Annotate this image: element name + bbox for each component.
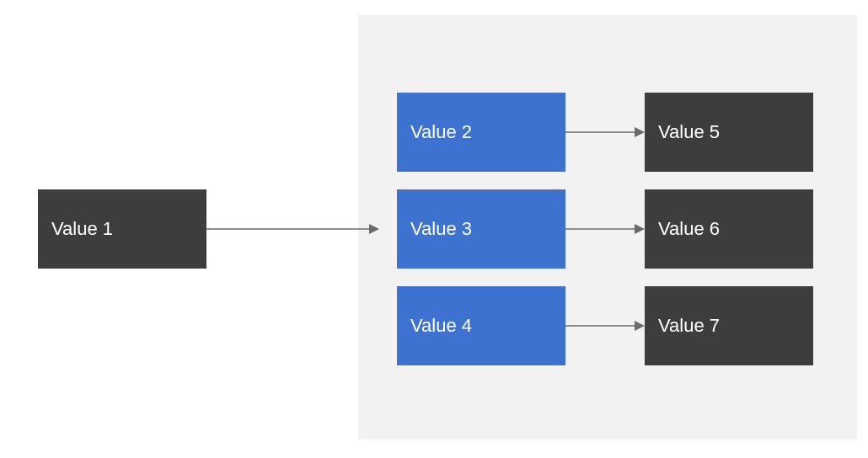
node-label: Value 7 xyxy=(658,315,720,337)
node-label: Value 3 xyxy=(410,218,472,240)
node-value6[interactable]: Value 6 xyxy=(645,189,813,269)
node-label: Value 1 xyxy=(51,218,113,240)
node-value5[interactable]: Value 5 xyxy=(645,93,813,172)
node-label: Value 6 xyxy=(658,218,720,240)
node-value7[interactable]: Value 7 xyxy=(645,286,813,365)
node-value4[interactable]: Value 4 xyxy=(397,286,565,365)
node-value2[interactable]: Value 2 xyxy=(397,93,565,172)
node-value1[interactable]: Value 1 xyxy=(38,189,206,269)
node-value3[interactable]: Value 3 xyxy=(397,189,565,269)
node-label: Value 2 xyxy=(410,121,472,143)
node-label: Value 4 xyxy=(410,315,472,337)
node-label: Value 5 xyxy=(658,121,720,143)
